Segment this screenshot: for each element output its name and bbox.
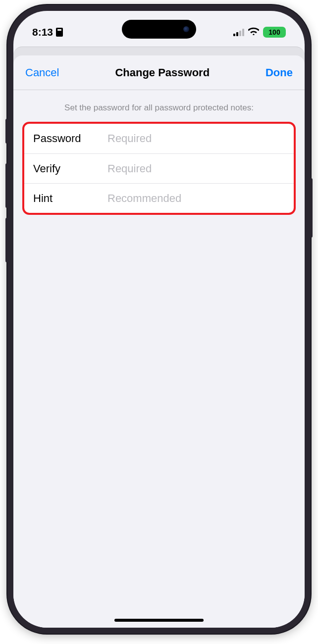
hint-label: Hint <box>33 192 107 205</box>
side-button-vol-down <box>5 218 8 262</box>
cellular-signal-icon <box>233 29 244 36</box>
phone-frame: 8:13 100 Cancel Change Password Done Set… <box>7 5 311 634</box>
verify-label: Verify <box>33 162 107 175</box>
hint-input[interactable] <box>107 192 285 205</box>
wifi-icon <box>248 27 259 37</box>
side-button-silent <box>5 119 8 144</box>
nav-bar: Cancel Change Password Done <box>13 55 305 90</box>
status-time: 8:13 <box>32 26 53 38</box>
password-label: Password <box>33 132 107 145</box>
modal-title: Change Password <box>115 66 210 79</box>
sim-icon <box>56 28 63 37</box>
password-input[interactable] <box>107 132 285 145</box>
screen: 8:13 100 Cancel Change Password Done Set… <box>13 11 305 628</box>
verify-input[interactable] <box>107 162 285 175</box>
password-row: Password <box>24 124 294 153</box>
side-button-power <box>310 178 313 238</box>
battery-icon: 100 <box>263 27 286 38</box>
home-indicator[interactable] <box>114 619 204 622</box>
dynamic-island <box>122 20 196 39</box>
verify-row: Verify <box>24 153 294 183</box>
cancel-button[interactable]: Cancel <box>25 66 59 79</box>
hint-row: Hint <box>24 183 294 213</box>
done-button[interactable]: Done <box>265 66 293 79</box>
side-button-vol-up <box>5 163 8 208</box>
section-description: Set the password for all password protec… <box>13 90 305 118</box>
battery-level: 100 <box>268 28 280 36</box>
password-form-group: Password Verify Hint <box>22 122 296 215</box>
change-password-modal: Cancel Change Password Done Set the pass… <box>13 55 305 628</box>
front-camera-icon <box>183 26 189 32</box>
